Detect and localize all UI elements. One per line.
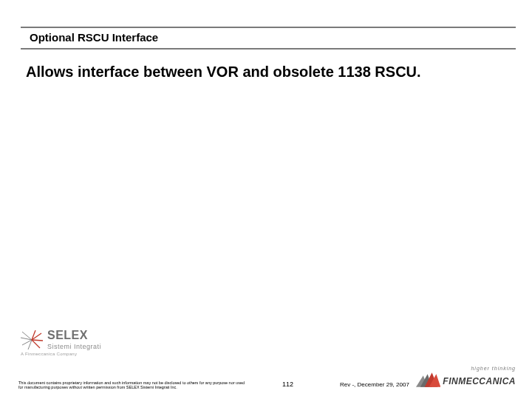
finmeccanica-row: FINMECCANICA [416, 372, 516, 390]
body-text: Allows interface between VOR and obsolet… [26, 63, 510, 81]
selex-logo-text: SELEX Sistemi Integrati [47, 329, 101, 350]
selex-word: SELEX [47, 329, 101, 342]
finmeccanica-word: FINMECCANICA [443, 376, 516, 386]
selex-logo: SELEX Sistemi Integrati A Finmeccanica C… [21, 329, 146, 356]
proprietary-notice: This document contains proprietary infor… [18, 381, 248, 390]
title-bar: Optional RSCU Interface [21, 27, 516, 50]
slide-container: Optional RSCU Interface Allows interface… [0, 0, 532, 399]
selex-logo-row: SELEX Sistemi Integrati [21, 329, 146, 350]
selex-tagline: A Finmeccanica Company [21, 352, 146, 356]
finmeccanica-tagline: higher thinking [416, 366, 516, 371]
selex-burst-icon [21, 330, 43, 349]
finmeccanica-logo: higher thinking FINMECCANICA [416, 366, 516, 390]
selex-subtitle: Sistemi Integrati [47, 343, 101, 350]
revision-date: Rev -, December 29, 2007 [340, 381, 409, 388]
svg-line-7 [32, 340, 40, 348]
finmeccanica-wing-icon [416, 372, 440, 390]
svg-line-6 [32, 340, 43, 341]
slide-title: Optional RSCU Interface [30, 31, 507, 44]
page-number: 112 [282, 381, 293, 388]
